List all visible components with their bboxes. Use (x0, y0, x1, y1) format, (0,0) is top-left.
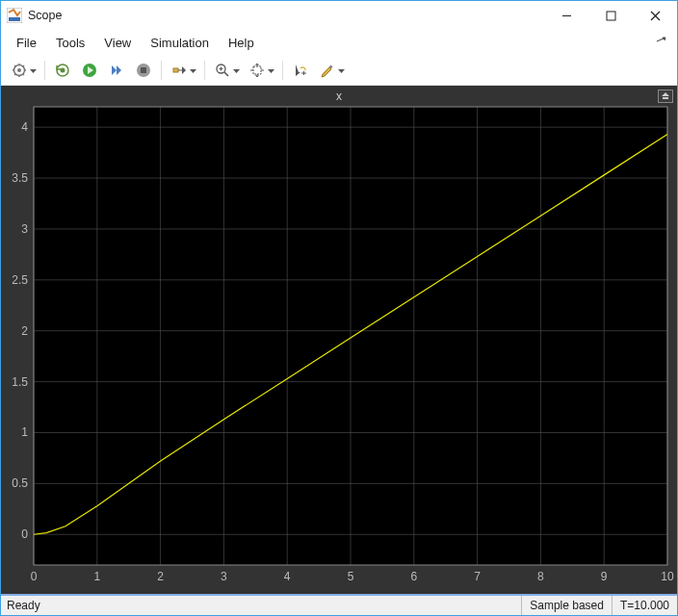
svg-rect-1 (9, 17, 20, 21)
svg-text:7: 7 (474, 570, 481, 583)
axes-scale-button[interactable] (245, 59, 277, 82)
highlight-button[interactable] (315, 59, 348, 82)
svg-text:4: 4 (284, 570, 291, 583)
stop-button[interactable] (131, 59, 156, 82)
svg-line-23 (224, 72, 228, 76)
menu-simulation[interactable]: Simulation (141, 33, 219, 53)
chart-canvas: 01234567891000.511.522.533.54 (1, 86, 677, 594)
svg-text:3: 3 (221, 570, 227, 583)
separator (44, 61, 45, 80)
svg-text:10: 10 (661, 570, 674, 583)
svg-text:2.5: 2.5 (12, 273, 28, 287)
separator (161, 61, 162, 80)
status-mode: Sample based (521, 596, 612, 615)
svg-text:3: 3 (21, 222, 28, 236)
svg-text:1: 1 (93, 570, 100, 583)
svg-rect-26 (253, 66, 261, 74)
menu-tools[interactable]: Tools (46, 33, 94, 53)
separator (282, 61, 283, 80)
svg-line-14 (14, 73, 15, 74)
svg-point-7 (17, 68, 21, 72)
scope-window: Scope File Tools View Simulation Help (0, 0, 678, 616)
svg-text:0: 0 (21, 527, 28, 541)
svg-text:6: 6 (410, 570, 417, 583)
step-forward-button[interactable] (104, 59, 129, 82)
toolbar (1, 55, 677, 86)
svg-text:3.5: 3.5 (12, 171, 28, 185)
statusbar: Ready Sample based T=10.000 (1, 594, 677, 615)
window-title: Scope (28, 9, 62, 22)
svg-text:0.5: 0.5 (12, 476, 28, 490)
svg-text:4: 4 (21, 120, 28, 134)
svg-rect-21 (173, 68, 178, 72)
svg-rect-20 (141, 67, 146, 73)
settings-button[interactable] (7, 59, 39, 82)
svg-line-12 (14, 65, 15, 66)
separator (204, 61, 205, 80)
svg-point-17 (61, 67, 65, 72)
svg-rect-3 (607, 12, 615, 20)
status-ready: Ready (1, 596, 521, 615)
chevron-down-icon (30, 64, 37, 77)
close-button[interactable] (633, 1, 677, 30)
svg-text:2: 2 (21, 324, 28, 338)
app-icon (7, 8, 22, 23)
cursor-measure-button[interactable] (288, 59, 313, 82)
signal-selector-button[interactable] (167, 59, 199, 82)
plot-area[interactable]: x 01234567891000.511.522.533.54 (1, 86, 677, 594)
menu-help[interactable]: Help (219, 33, 264, 53)
svg-text:8: 8 (537, 570, 544, 583)
restart-button[interactable] (50, 59, 75, 82)
menu-file[interactable]: File (7, 33, 46, 53)
svg-text:5: 5 (348, 570, 354, 583)
titlebar: Scope (1, 1, 677, 30)
svg-text:1: 1 (21, 425, 28, 439)
svg-line-13 (23, 73, 24, 74)
undock-icon[interactable] (656, 36, 671, 50)
menu-view[interactable]: View (94, 33, 141, 53)
svg-text:9: 9 (601, 570, 608, 583)
chevron-down-icon (190, 64, 196, 77)
menubar: File Tools View Simulation Help (1, 30, 677, 55)
svg-line-15 (23, 65, 24, 66)
maximize-button[interactable] (588, 1, 633, 30)
minimize-button[interactable] (544, 1, 588, 30)
chevron-down-icon (233, 64, 240, 77)
chevron-down-icon (268, 64, 274, 77)
svg-text:1.5: 1.5 (12, 375, 28, 389)
svg-text:0: 0 (31, 570, 38, 583)
zoom-button[interactable] (210, 59, 243, 82)
run-button[interactable] (77, 59, 102, 82)
chevron-down-icon (338, 64, 345, 77)
status-time: T=10.000 (612, 596, 677, 615)
svg-text:2: 2 (157, 570, 164, 583)
